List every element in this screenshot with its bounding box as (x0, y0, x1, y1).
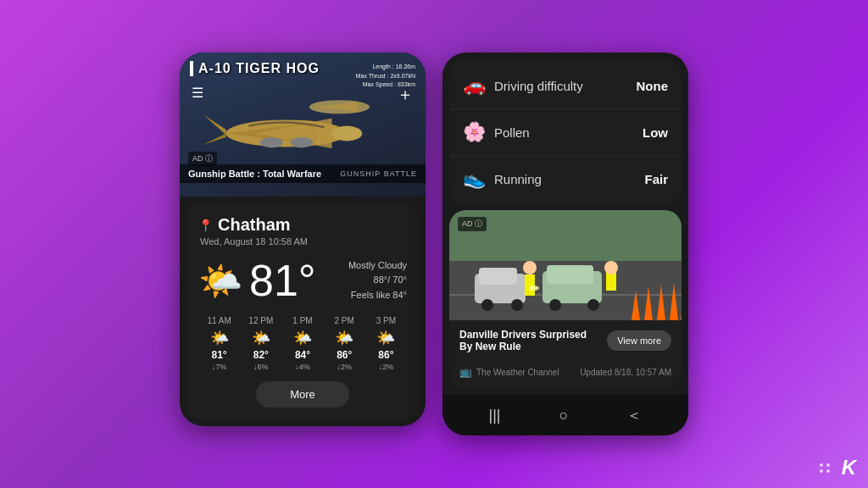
hour-icon: 🌤️ (324, 329, 365, 347)
source-name: The Weather Channel (476, 368, 559, 377)
hour-temp: 86° (324, 349, 365, 361)
right-phone: 🚗 Driving difficulty None 🌸 Pollen Low 👟… (442, 53, 688, 435)
dot (826, 469, 830, 473)
hour-item: 1 PM 🌤️ 84° ↓4% (281, 316, 323, 371)
weather-card: 📍 Chatham Wed, August 18 10:58 AM 🌤️ 81°… (186, 203, 419, 419)
svg-point-21 (511, 299, 523, 311)
location-name: Chatham (218, 215, 291, 235)
ad-banner[interactable]: A-10 TIGER HOG Length : 16.26mMax Thrust… (180, 53, 426, 197)
activity-icon: 🚗 (463, 75, 486, 97)
svg-point-24 (549, 299, 561, 311)
dot (826, 463, 830, 467)
svg-point-3 (332, 125, 363, 141)
svg-rect-27 (525, 274, 535, 296)
plane-illustration (188, 80, 385, 171)
activity-value: None (637, 79, 669, 93)
feels-like: Feels like 84° (348, 288, 407, 303)
news-ad-badge: AD ⓘ (458, 217, 487, 231)
ad-game-title: Gunship Battle : Total Warfare (188, 169, 321, 179)
svg-point-29 (604, 261, 618, 274)
svg-point-6 (260, 137, 283, 147)
activity-value: Low (643, 125, 668, 140)
hourly-forecast: 11 AM 🌤️ 81° ↓7% 12 PM 🌤️ 82° ↓6% 1 PM 🌤… (198, 316, 407, 371)
left-phone: A-10 TIGER HOG Length : 16.26mMax Thrust… (180, 53, 426, 426)
hour-rain: ↓2% (324, 363, 365, 371)
activity-value: Fair (644, 172, 668, 186)
hour-rain: ↓7% (198, 363, 240, 371)
phone-nav: ||| ○ ＜ (442, 395, 688, 435)
high-low: 88°/ 70° (348, 273, 407, 288)
svg-point-7 (290, 137, 313, 147)
svg-point-25 (587, 299, 599, 311)
svg-marker-4 (203, 114, 226, 135)
activity-name: Driving difficulty (494, 79, 583, 93)
news-bottom: Danville Drivers Surprised By New Rule V… (449, 320, 682, 361)
activity-icon: 👟 (463, 168, 486, 190)
svg-point-26 (523, 261, 537, 274)
more-button[interactable]: More (256, 381, 349, 408)
nav-home[interactable]: ○ (559, 407, 569, 424)
hour-temp: 82° (240, 349, 281, 361)
svg-rect-19 (479, 268, 517, 285)
svg-point-30 (529, 286, 539, 291)
news-footer: 📺 The Weather Channel Updated 8/18, 10:5… (449, 361, 682, 388)
gunship-brand: GUNSHIP BATTLE (340, 169, 417, 178)
hour-label: 12 PM (240, 316, 281, 325)
dot (820, 469, 823, 473)
location-pin-icon: 📍 (198, 219, 213, 232)
activity-row: 🚗 Driving difficulty None (449, 63, 682, 109)
news-title: Danville Drivers Surprised By New Rule (459, 329, 600, 352)
news-updated: Updated 8/18, 10:57 AM (580, 368, 671, 377)
news-card: AD ⓘ (449, 210, 682, 388)
hour-temp: 81° (198, 349, 240, 361)
activity-name: Running (494, 172, 542, 186)
hour-icon: 🌤️ (198, 329, 240, 347)
hour-rain: ↓4% (281, 363, 323, 371)
activity-card: 🚗 Driving difficulty None 🌸 Pollen Low 👟… (449, 59, 682, 205)
hour-label: 11 AM (198, 316, 240, 325)
svg-marker-5 (203, 133, 226, 144)
watermark: K (842, 456, 856, 480)
weather-channel-icon: 📺 (459, 366, 472, 378)
nav-recent-apps[interactable]: ||| (489, 407, 501, 424)
hour-item: 3 PM 🌤️ 86° ↓2% (365, 316, 407, 371)
condition: Mostly Cloudy (348, 258, 407, 274)
hour-item: 11 AM 🌤️ 81° ↓7% (198, 316, 240, 371)
hour-label: 1 PM (281, 316, 323, 325)
hour-item: 12 PM 🌤️ 82° ↓6% (240, 316, 281, 371)
svg-rect-23 (547, 265, 593, 284)
hour-rain: ↓2% (365, 363, 407, 371)
hour-rain: ↓6% (240, 363, 281, 371)
svg-point-20 (481, 299, 493, 311)
activity-row: 👟 Running Fair (449, 156, 682, 202)
temp-details: Mostly Cloudy 88°/ 70° Feels like 84° (348, 258, 407, 303)
hour-icon: 🌤️ (281, 329, 323, 347)
dot (820, 463, 823, 467)
view-more-button[interactable]: View more (607, 330, 671, 351)
ad-title: A-10 TIGER HOG (190, 61, 320, 76)
hour-icon: 🌤️ (365, 329, 407, 347)
activity-row: 🌸 Pollen Low (449, 109, 682, 156)
news-source: 📺 The Weather Channel (459, 366, 559, 378)
hour-label: 3 PM (365, 316, 407, 325)
hour-temp: 84° (281, 349, 323, 361)
news-image: AD ⓘ (449, 210, 682, 320)
hour-temp: 86° (365, 349, 407, 361)
activity-name: Pollen (494, 125, 530, 140)
weather-icon: 🌤️ (198, 260, 242, 302)
date-time: Wed, August 18 10:58 AM (200, 236, 407, 247)
nav-back[interactable]: ＜ (626, 405, 642, 425)
plus-icon[interactable]: ＋ (397, 83, 414, 106)
dot-grid (820, 463, 831, 473)
activity-icon: 🌸 (463, 121, 486, 143)
hour-label: 2 PM (324, 316, 365, 325)
hour-item: 2 PM 🌤️ 86° ↓2% (324, 316, 365, 371)
hour-icon: 🌤️ (240, 329, 281, 347)
temperature: 81° (249, 255, 316, 306)
